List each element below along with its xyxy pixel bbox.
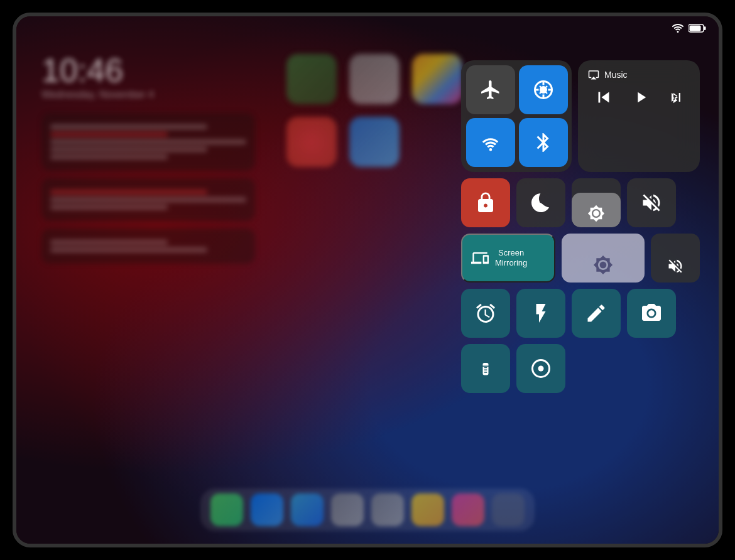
play-button[interactable]	[632, 89, 650, 108]
apps-area	[286, 54, 462, 167]
dock-icon-3	[291, 493, 324, 526]
airplane-icon	[479, 78, 502, 101]
dock-icon-1	[210, 493, 243, 526]
cc-row-3: ScreenMirroring	[461, 234, 700, 283]
wifi-control-icon	[479, 131, 502, 154]
fast-forward-button[interactable]	[667, 89, 685, 108]
home-button[interactable]	[516, 344, 565, 393]
status-bar	[29, 24, 706, 33]
widget-card-1	[41, 113, 255, 171]
app-icon-2	[349, 54, 400, 104]
connectivity-panel	[461, 60, 572, 172]
cc-row-1: Music	[461, 60, 700, 172]
airplane-mode-button[interactable]	[466, 65, 515, 114]
home-icon	[530, 357, 552, 380]
widget-time: 10:46	[41, 54, 255, 87]
screen-mirroring-icon	[471, 249, 489, 267]
mute-icon	[640, 191, 663, 214]
remote-icon	[474, 357, 497, 380]
music-controls	[588, 87, 690, 110]
play-icon	[632, 89, 650, 106]
alarm-icon	[474, 302, 497, 325]
cellular-icon	[532, 78, 555, 101]
control-center: Music	[461, 60, 700, 393]
bluetooth-icon	[532, 131, 555, 154]
svg-rect-1	[690, 26, 701, 31]
battery-icon	[689, 24, 706, 33]
svg-point-10	[538, 366, 544, 372]
cc-row-5	[461, 344, 700, 393]
widgets-area: 10:46 Wednesday, November 4	[41, 54, 255, 271]
dock	[200, 488, 535, 531]
mute-volume-icon	[667, 257, 684, 275]
ipad-frame: 10:46 Wednesday, November 4	[13, 13, 722, 547]
dock-icon-5	[371, 493, 404, 526]
flashlight-icon	[530, 302, 552, 325]
app-icon-4	[286, 117, 337, 167]
notes-button[interactable]	[572, 289, 621, 338]
app-icon-1	[286, 54, 337, 104]
do-not-disturb-button[interactable]	[516, 178, 565, 227]
brightness-large-icon	[593, 255, 613, 275]
alarm-button[interactable]	[461, 289, 510, 338]
cc-row-2	[461, 178, 700, 227]
screen-mirroring-label: ScreenMirroring	[495, 248, 527, 267]
fast-forward-icon	[667, 89, 685, 106]
music-title: Music	[604, 70, 628, 80]
mute-button[interactable]	[627, 178, 676, 227]
lock-rotation-icon	[474, 191, 497, 214]
widget-card-2	[41, 178, 255, 221]
camera-button[interactable]	[627, 289, 676, 338]
brightness-large-slider[interactable]	[562, 234, 645, 283]
lock-rotation-button[interactable]	[461, 178, 510, 227]
rewind-button[interactable]	[593, 87, 614, 110]
volume-mute-tile[interactable]	[651, 234, 700, 283]
dock-icon-4	[331, 493, 364, 526]
remote-button[interactable]	[461, 344, 510, 393]
cellular-button[interactable]	[519, 65, 568, 114]
app-icon-5	[349, 117, 400, 167]
svg-rect-2	[704, 26, 706, 30]
dock-icon-2	[251, 493, 283, 526]
dock-icon-6	[411, 493, 444, 526]
flashlight-button[interactable]	[516, 289, 565, 338]
widget-card-3	[41, 229, 255, 264]
cc-row-4	[461, 289, 700, 338]
app-icon-3	[412, 54, 462, 104]
brightness-slider[interactable]	[572, 178, 621, 227]
camera-icon	[640, 302, 663, 325]
brightness-icon	[587, 205, 605, 222]
wifi-icon	[672, 24, 683, 33]
music-header: Music	[588, 69, 690, 80]
dock-icon-7	[452, 493, 484, 526]
bluetooth-button[interactable]	[519, 118, 568, 167]
music-panel: Music	[578, 60, 700, 172]
wifi-button[interactable]	[466, 118, 515, 167]
widget-date: Wednesday, November 4	[41, 89, 255, 100]
rewind-icon	[593, 87, 614, 108]
airplay-icon	[588, 69, 599, 80]
moon-icon	[530, 191, 552, 214]
screen-mirroring-button[interactable]: ScreenMirroring	[461, 234, 555, 283]
notes-icon	[585, 302, 607, 325]
dock-icon-8	[492, 493, 525, 526]
